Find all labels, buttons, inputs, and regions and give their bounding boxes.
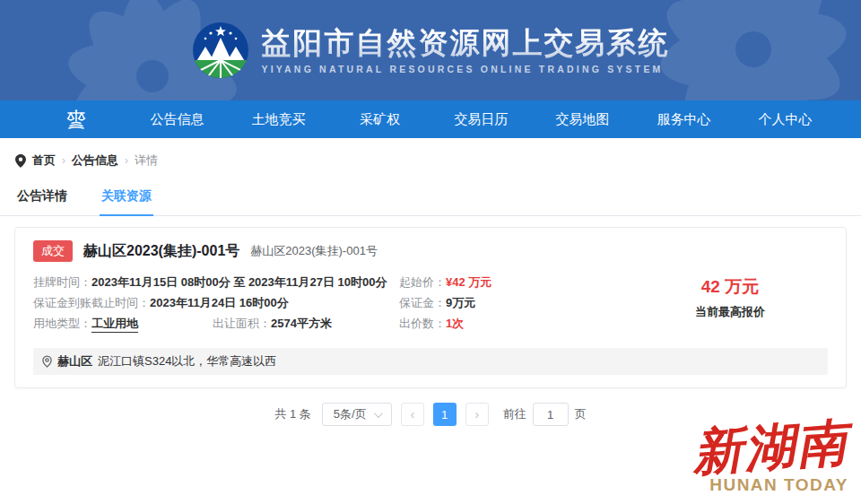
- breadcrumb: 首页 › 公告信息 › 详情: [0, 138, 861, 169]
- goto-label: 前往: [503, 406, 526, 422]
- location-strip: 赫山区 泥江口镇S324以北，华常高速以西: [33, 348, 828, 375]
- nav-item-announcements[interactable]: 公告信息: [126, 100, 228, 138]
- prev-page-button[interactable]: ‹: [401, 403, 424, 426]
- breadcrumb-separator: ›: [62, 154, 65, 167]
- pagination: 共 1 条 5条/页 ‹ 1 › 前往 页: [0, 403, 861, 426]
- deposit-deadline-label: 保证金到账截止时间：: [33, 295, 150, 311]
- deposit-label: 保证金：: [399, 295, 446, 311]
- location-pin-icon: [15, 154, 26, 168]
- deposit-value: 9万元: [446, 295, 475, 311]
- start-price-value: ¥42 万元: [446, 274, 491, 291]
- nav-item-trade-map[interactable]: 交易地图: [532, 100, 633, 138]
- nav-item-service-center[interactable]: 服务中心: [633, 100, 735, 138]
- hunan-today-logo: 新湖南 HUNAN TODAY: [692, 421, 848, 495]
- nav-item-land-bidding[interactable]: 土地竞买: [228, 100, 329, 138]
- main-nav: 公告信息 土地竞买 采矿权 交易日历 交易地图 服务中心 个人中心: [0, 100, 861, 138]
- page: 益阳市自然资源网上交易系统 YIYANG NATURAL RESOURCES O…: [0, 0, 861, 504]
- page-size-value: 5条/页: [334, 406, 367, 422]
- goto-unit: 页: [575, 406, 587, 422]
- bid-count-label: 出价数：: [399, 316, 446, 332]
- page-number-button[interactable]: 1: [433, 403, 457, 426]
- land-type-label: 用地类型：: [33, 316, 91, 332]
- site-header: 益阳市自然资源网上交易系统 YIYANG NATURAL RESOURCES O…: [0, 0, 861, 100]
- goto-page-input[interactable]: [533, 403, 569, 426]
- nav-item-home[interactable]: [25, 100, 126, 138]
- status-badge: 成交: [33, 240, 73, 262]
- site-title: 益阳市自然资源网上交易系统: [262, 26, 670, 60]
- listing-title: 赫山区2023(集挂)-001号: [83, 242, 239, 261]
- listing-subtitle: 赫山区2023(集挂)-001号: [250, 243, 378, 259]
- scales-icon: [65, 109, 88, 130]
- start-price-label: 起始价：: [399, 274, 446, 291]
- listing-time-value: 2023年11月15日 08时00分 至 2023年11月27日 10时00分: [91, 274, 387, 291]
- area-value: 2574平方米: [271, 316, 332, 332]
- listing-info-grid: 挂牌时间： 2023年11月15日 08时00分 至 2023年11月27日 1…: [33, 274, 828, 336]
- current-bid-block: 42 万元 当前最高报价: [632, 274, 828, 336]
- nav-item-mining-rights[interactable]: 采矿权: [329, 100, 430, 138]
- land-type-area-row: 用地类型： 工业用地 出让面积： 2574平方米: [33, 316, 399, 336]
- deposit-deadline-row: 保证金到账截止时间： 2023年11月24日 16时00分: [33, 295, 399, 316]
- breadcrumb-separator: ›: [125, 154, 128, 167]
- nav-item-trade-calendar[interactable]: 交易日历: [430, 100, 532, 138]
- location-address: 泥江口镇S324以北，华常高速以西: [98, 353, 276, 369]
- pagination-total: 共 1 条: [274, 406, 310, 422]
- location-district: 赫山区: [57, 353, 92, 369]
- listing-time-row: 挂牌时间： 2023年11月15日 08时00分 至 2023年11月27日 1…: [33, 274, 399, 295]
- goto-page-group: 前往 页: [503, 403, 587, 426]
- map-pin-icon: [42, 355, 52, 368]
- brand-text: 益阳市自然资源网上交易系统 YIYANG NATURAL RESOURCES O…: [262, 26, 670, 74]
- tabs: 公告详情 关联资源: [0, 181, 861, 216]
- tab-related-resources[interactable]: 关联资源: [100, 181, 153, 216]
- breadcrumb-section[interactable]: 公告信息: [72, 152, 118, 169]
- brand: 益阳市自然资源网上交易系统 YIYANG NATURAL RESOURCES O…: [192, 22, 670, 79]
- chevron-down-icon: [374, 409, 383, 418]
- bid-count-row: 出价数： 1次: [399, 316, 632, 336]
- land-type-value: 工业用地: [91, 316, 138, 333]
- listing-info-left-column: 挂牌时间： 2023年11月15日 08时00分 至 2023年11月27日 1…: [33, 274, 399, 336]
- deposit-row: 保证金： 9万元: [399, 295, 632, 316]
- area-label: 出让面积：: [213, 316, 271, 332]
- listing-time-label: 挂牌时间：: [33, 274, 91, 291]
- start-price-row: 起始价： ¥42 万元: [399, 274, 632, 295]
- land-type-pair: 用地类型： 工业用地: [33, 316, 213, 333]
- next-page-button[interactable]: ›: [465, 403, 489, 426]
- listing-card-header: 成交 赫山区2023(集挂)-001号 赫山区2023(集挂)-001号: [33, 240, 828, 262]
- breadcrumb-current: 详情: [135, 152, 158, 169]
- tab-announcement-detail[interactable]: 公告详情: [15, 181, 69, 216]
- listing-info-mid-column: 起始价： ¥42 万元 保证金： 9万元 出价数： 1次: [399, 274, 632, 336]
- nav-item-personal-center[interactable]: 个人中心: [735, 100, 836, 138]
- hunan-today-en-text: HUNAN TODAY: [692, 475, 848, 495]
- bid-count-value: 1次: [446, 316, 464, 332]
- current-bid-value: 42 万元: [701, 275, 759, 299]
- deposit-deadline-value: 2023年11月24日 16时00分: [150, 295, 289, 311]
- current-bid-label: 当前最高报价: [695, 304, 765, 320]
- site-logo-icon: [192, 22, 249, 79]
- listing-card[interactable]: 成交 赫山区2023(集挂)-001号 赫山区2023(集挂)-001号 挂牌时…: [14, 227, 847, 388]
- page-size-select[interactable]: 5条/页: [322, 403, 392, 426]
- site-subtitle: YIYANG NATURAL RESOURCES ONLINE TRADING …: [262, 64, 670, 74]
- breadcrumb-home[interactable]: 首页: [32, 152, 56, 169]
